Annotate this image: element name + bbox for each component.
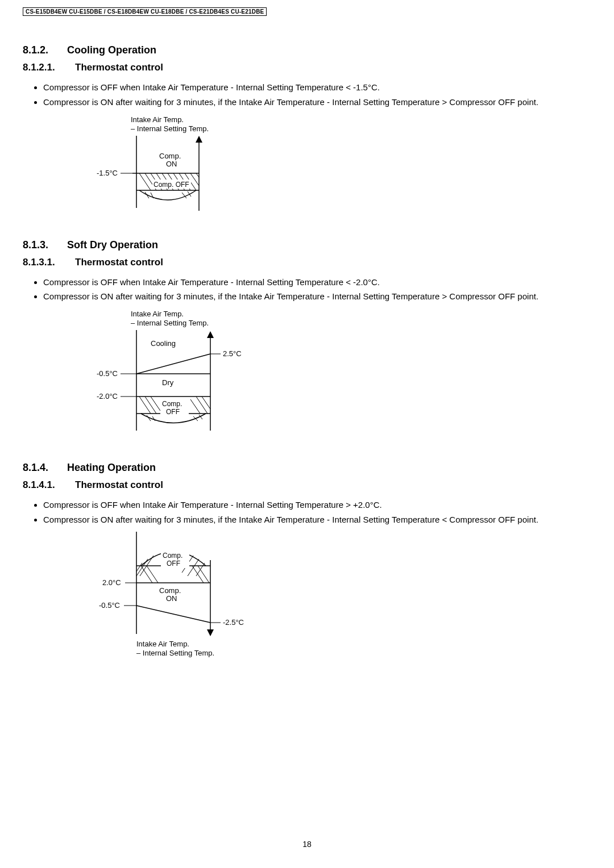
section-label: Cooling Operation xyxy=(67,44,156,56)
svg-line-55 xyxy=(192,566,204,583)
section-8-1-2-title: 8.1.2.Cooling Operation xyxy=(23,44,591,56)
subsection-number: 8.1.3.1. xyxy=(23,257,75,268)
svg-line-35 xyxy=(151,397,160,411)
diagram-label: Cooling xyxy=(151,339,176,348)
diagram-label: Comp. xyxy=(159,152,181,160)
svg-line-36 xyxy=(190,399,200,414)
section-8-1-2-1-title: 8.1.2.1.Thermostat control xyxy=(23,62,591,73)
svg-marker-63 xyxy=(207,629,214,636)
cooling-diagram: Intake Air Temp. – Internal Setting Temp… xyxy=(97,114,591,216)
diagram-label: Intake Air Temp. xyxy=(131,115,184,124)
bullet-item: Compressor is ON after waiting for 3 min… xyxy=(43,96,591,108)
diagram-temp-label: -1.5°C xyxy=(97,169,118,177)
diagram-label: OFF xyxy=(167,560,180,567)
bullet-item: Compressor is ON after waiting for 3 min… xyxy=(43,514,591,526)
section-number: 8.1.2. xyxy=(23,44,67,56)
section-8-1-4-1-title: 8.1.4.1.Thermostat control xyxy=(23,479,591,491)
subsection-number: 8.1.2.1. xyxy=(23,62,75,73)
bullet-item: Compressor is OFF when Intake Air Temper… xyxy=(43,276,591,289)
bullet-item: Compressor is ON after waiting for 3 min… xyxy=(43,290,591,303)
subsection-number: 8.1.4.1. xyxy=(23,479,75,491)
diagram-label: – Internal Setting Temp. xyxy=(131,124,209,133)
diagram-temp-label: -2.0°C xyxy=(97,392,118,400)
svg-line-27 xyxy=(136,354,210,374)
diagram-label: OFF xyxy=(166,408,180,416)
svg-line-47 xyxy=(136,563,142,571)
diagram-label: Dry xyxy=(162,378,174,387)
diagram-label: Comp. xyxy=(159,586,181,595)
bullet-item: Compressor is OFF when Intake Air Temper… xyxy=(43,499,591,511)
bullet-list: Compressor is OFF when Intake Air Temper… xyxy=(23,276,591,303)
softdry-diagram: Intake Air Temp. – Internal Setting Temp… xyxy=(97,308,591,439)
svg-line-54 xyxy=(147,566,158,583)
section-number: 8.1.3. xyxy=(23,239,67,251)
svg-line-60 xyxy=(136,606,210,623)
svg-line-33 xyxy=(139,397,151,414)
page-content: CS-E15DB4EW CU-E15DBE / CS-E18DB4EW CU-E… xyxy=(0,0,614,662)
section-8-1-3-1-title: 8.1.3.1.Thermostat control xyxy=(23,257,591,268)
svg-line-56 xyxy=(198,566,209,583)
diagram-label: – Internal Setting Temp. xyxy=(136,649,214,657)
diagram-label: – Internal Setting Temp. xyxy=(131,319,209,327)
bullet-list: Compressor is OFF when Intake Air Temper… xyxy=(23,499,591,526)
diagram-temp-label: -0.5°C xyxy=(99,601,120,610)
section-8-1-4-title: 8.1.4.Heating Operation xyxy=(23,462,591,474)
svg-marker-25 xyxy=(207,331,214,338)
section-8-1-3-title: 8.1.3.Soft Dry Operation xyxy=(23,239,591,251)
svg-line-41 xyxy=(193,416,198,421)
diagram-label: Comp. xyxy=(162,400,182,408)
section-label: Heating Operation xyxy=(67,462,156,473)
bullet-item: Compressor is OFF when Intake Air Temper… xyxy=(43,81,591,94)
svg-marker-2 xyxy=(196,136,202,143)
diagram-temp-label: -2.5°C xyxy=(223,618,244,627)
diagram-temp-label: -0.5°C xyxy=(97,369,118,378)
subsection-label: Thermostat control xyxy=(75,62,163,73)
svg-line-40 xyxy=(152,416,155,421)
section-number: 8.1.4. xyxy=(23,462,67,474)
section-label: Soft Dry Operation xyxy=(67,239,158,251)
diagram-label: Comp. OFF xyxy=(154,181,189,189)
diagram-label: ON xyxy=(166,160,177,168)
heating-diagram: Comp. OFF 2.0°C Comp. ON -0.5°C -2.5°C I… xyxy=(97,532,591,662)
diagram-label: Comp. xyxy=(163,552,182,560)
svg-line-34 xyxy=(145,397,156,414)
subsection-label: Thermostat control xyxy=(75,479,163,490)
diagram-label: ON xyxy=(166,594,177,603)
model-header: CS-E15DB4EW CU-E15DBE / CS-E18DB4EW CU-E… xyxy=(23,7,267,16)
page-number: 18 xyxy=(0,840,614,849)
diagram-label: Intake Air Temp. xyxy=(131,310,184,318)
svg-line-7 xyxy=(139,173,151,190)
diagram-temp-label: 2.0°C xyxy=(102,578,121,587)
diagram-temp-label: 2.5°C xyxy=(223,349,242,358)
svg-line-53 xyxy=(141,566,152,583)
svg-line-37 xyxy=(196,397,208,414)
diagram-label: Intake Air Temp. xyxy=(136,640,189,648)
subsection-label: Thermostat control xyxy=(75,257,163,268)
bullet-list: Compressor is OFF when Intake Air Temper… xyxy=(23,81,591,108)
